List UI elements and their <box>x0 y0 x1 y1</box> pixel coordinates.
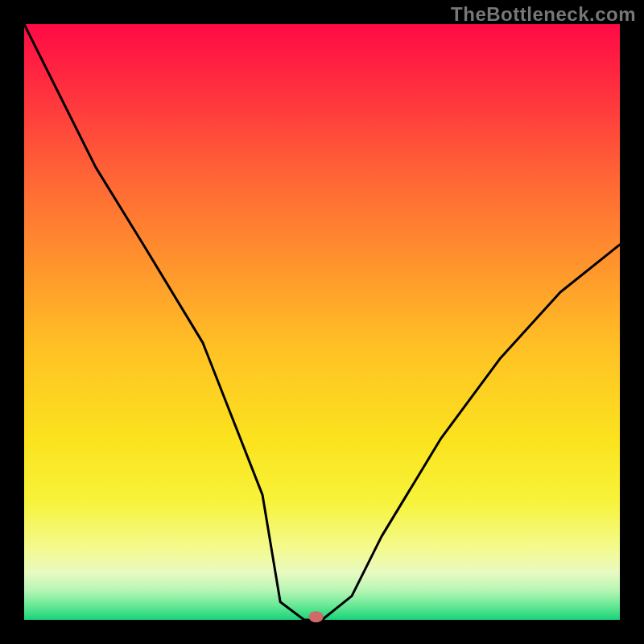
plot-background <box>24 24 620 620</box>
bottleneck-chart <box>0 0 644 644</box>
optimum-marker <box>309 611 324 622</box>
watermark-text: TheBottleneck.com <box>451 3 636 26</box>
chart-frame: { "watermark": "TheBottleneck.com", "cha… <box>0 0 644 644</box>
